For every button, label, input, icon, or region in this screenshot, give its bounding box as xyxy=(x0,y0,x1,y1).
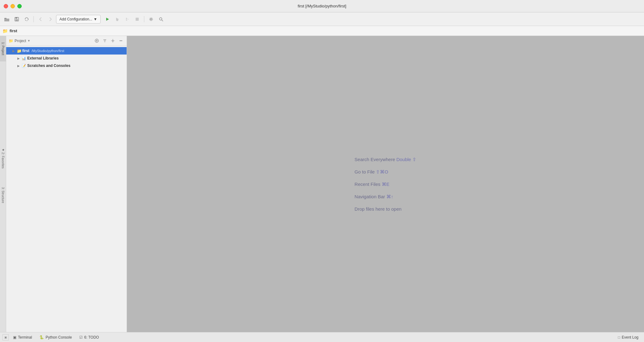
svg-rect-11 xyxy=(136,18,139,21)
scratches-icon: 📝 xyxy=(22,64,27,68)
python-icon: 🐍 xyxy=(39,335,44,340)
sidebar-settings-button[interactable] xyxy=(109,37,116,44)
favorites-star-icon: ★ 2: Favorites xyxy=(0,146,6,171)
forward-button[interactable] xyxy=(46,15,55,24)
sidebar-collapse-button[interactable] xyxy=(117,37,124,44)
debug-button[interactable] xyxy=(113,15,122,24)
tree-item-first[interactable]: ▶ 📁 first /MyStudio/python/first xyxy=(6,47,127,55)
settings-button[interactable] xyxy=(147,15,155,24)
add-config-arrow: ▼ xyxy=(94,17,97,21)
svg-marker-6 xyxy=(106,18,109,21)
traffic-lights xyxy=(4,4,22,8)
first-folder-icon: 📁 xyxy=(17,49,22,53)
python-console-tab[interactable]: 🐍 Python Console xyxy=(36,333,75,341)
first-folder-path: /MyStudio/python/first xyxy=(31,49,64,53)
sidebar-label-arrow[interactable]: ▼ xyxy=(27,39,30,42)
tree-item-external-libraries[interactable]: ▶ 📊 External Libraries xyxy=(6,55,127,62)
terminal-label: Terminal xyxy=(18,335,32,340)
sidebar-item-structure[interactable]: 3: Structure xyxy=(0,181,6,209)
hint-goto-file[interactable]: Go to File ⇧⌘O xyxy=(355,169,416,175)
first-expand-arrow[interactable]: ▶ xyxy=(12,49,17,53)
sidebar-label-text: Project xyxy=(15,39,26,43)
sidebar-folder-icon: 📁 xyxy=(9,39,13,43)
first-folder-name: first xyxy=(22,49,29,53)
editor-hints: Search Everywhere Double ⇧ Go to File ⇧⌘… xyxy=(355,157,416,212)
project-sidebar: 📁 Project ▼ xyxy=(6,36,127,332)
hint-drop-text: Drop files here to open xyxy=(355,206,402,212)
add-configuration-button[interactable]: Add Configuration... ▼ xyxy=(56,15,101,24)
back-button[interactable] xyxy=(36,15,45,24)
main-area: 1: Project ★ 2: Favorites 3: Structure 📁… xyxy=(0,36,644,332)
editor-area: Search Everywhere Double ⇧ Go to File ⇧⌘… xyxy=(127,36,644,332)
svg-rect-3 xyxy=(15,17,17,19)
project-name: first xyxy=(10,28,17,33)
project-folder-icon: 📁 xyxy=(2,28,8,33)
structure-tab-label: 3: Structure xyxy=(0,185,6,206)
close-button[interactable] xyxy=(4,4,8,8)
svg-line-14 xyxy=(162,20,163,21)
hint-goto-shortcut: ⇧⌘O xyxy=(376,169,388,174)
hint-recent-text: Recent Files xyxy=(355,182,382,187)
hint-recent-shortcut: ⌘E xyxy=(382,182,389,187)
status-bar: ▣ ▣ Terminal 🐍 Python Console ☑ 6: TODO … xyxy=(0,332,644,342)
svg-rect-10 xyxy=(126,19,128,20)
sidebar-filter-button[interactable] xyxy=(101,37,108,44)
vertical-tabs: 1: Project ★ 2: Favorites 3: Structure xyxy=(0,36,6,332)
svg-point-8 xyxy=(116,19,118,21)
libraries-expand-arrow[interactable]: ▶ xyxy=(17,57,22,60)
project-tab-label: 1: Project xyxy=(0,40,6,58)
coverage-button[interactable] xyxy=(123,15,132,24)
main-toolbar: Add Configuration... ▼ xyxy=(0,12,644,26)
todo-tab[interactable]: ☑ 6: TODO xyxy=(76,333,102,341)
todo-icon: ☑ xyxy=(79,335,83,340)
bottom-corner-indicator: ▣ xyxy=(2,334,9,340)
sidebar-item-favorites[interactable]: ★ 2: Favorites xyxy=(0,142,6,175)
terminal-tab[interactable]: ▣ Terminal xyxy=(10,333,35,341)
hint-goto-text: Go to File xyxy=(355,169,376,174)
window-title: first [/MyStudio/python/first] xyxy=(298,4,346,8)
project-header: 📁 first xyxy=(0,26,644,36)
hint-navigation-bar[interactable]: Navigation Bar ⌘↑ xyxy=(355,194,416,200)
hint-nav-shortcut: ⌘↑ xyxy=(386,194,394,199)
hint-search-everywhere[interactable]: Search Everywhere Double ⇧ xyxy=(355,157,416,162)
sidebar-item-project[interactable]: 1: Project xyxy=(0,36,6,61)
sidebar-project-label: 📁 Project ▼ xyxy=(9,39,92,43)
svg-point-13 xyxy=(159,18,162,20)
event-log-icon: □ xyxy=(618,335,620,340)
libraries-name: External Libraries xyxy=(27,56,59,60)
run-button[interactable] xyxy=(103,15,112,24)
libraries-icon: 📊 xyxy=(22,56,27,60)
terminal-icon: ▣ xyxy=(13,335,16,340)
svg-rect-4 xyxy=(15,19,18,21)
save-button[interactable] xyxy=(12,15,21,24)
hint-drop-files: Drop files here to open xyxy=(355,206,416,212)
file-tree: ▶ 📁 first /MyStudio/python/first ▶ 📊 Ext… xyxy=(6,46,127,332)
svg-rect-1 xyxy=(4,19,9,21)
sidebar-add-button[interactable] xyxy=(93,37,100,44)
hint-search-shortcut: Double ⇧ xyxy=(396,157,416,162)
minimize-button[interactable] xyxy=(11,4,15,8)
toolbar-separator-1 xyxy=(33,16,34,22)
scratches-expand-arrow[interactable]: ▶ xyxy=(17,64,22,68)
sync-button[interactable] xyxy=(22,15,31,24)
event-log-label: Event Log xyxy=(622,335,638,340)
search-button[interactable] xyxy=(157,15,165,24)
svg-point-21 xyxy=(112,40,113,42)
stop-button[interactable] xyxy=(133,15,141,24)
open-folder-button[interactable] xyxy=(2,15,11,24)
title-bar: first [/MyStudio/python/first] xyxy=(0,0,644,12)
hint-recent-files[interactable]: Recent Files ⌘E xyxy=(355,182,416,187)
maximize-button[interactable] xyxy=(17,4,22,8)
svg-point-12 xyxy=(150,18,152,20)
event-log-button[interactable]: □ Event Log xyxy=(615,333,642,341)
todo-label: 6: TODO xyxy=(84,335,99,340)
scratches-name: Scratches and Consoles xyxy=(27,64,70,68)
sidebar-toolbar: 📁 Project ▼ xyxy=(6,36,127,46)
python-console-label: Python Console xyxy=(46,335,72,340)
add-config-label: Add Configuration... xyxy=(59,17,92,21)
tree-item-scratches[interactable]: ▶ 📝 Scratches and Consoles xyxy=(6,62,127,69)
toolbar-separator-2 xyxy=(144,16,144,22)
hint-nav-text: Navigation Bar xyxy=(355,194,386,199)
hint-search-text: Search Everywhere xyxy=(355,157,396,162)
